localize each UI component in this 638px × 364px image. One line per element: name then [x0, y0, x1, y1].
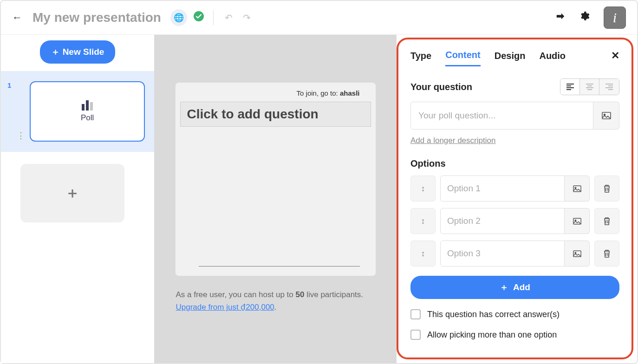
drag-handle-icon[interactable]: ↕ — [410, 176, 436, 202]
add-slide-box[interactable]: ＋ — [20, 164, 124, 222]
slide-number: 1 — [7, 81, 11, 89]
correct-answer-checkbox-row[interactable]: This question has correct answer(s) — [410, 309, 619, 319]
option-input[interactable] — [440, 208, 565, 234]
undo-icon[interactable]: ↶ — [225, 12, 233, 23]
option-image-icon[interactable] — [565, 240, 590, 266]
presentation-title[interactable]: My new presentation — [33, 10, 161, 25]
checkbox-icon[interactable] — [410, 309, 421, 319]
free-user-notice: As a free user, you can host up to 50 li… — [175, 288, 376, 313]
back-arrow-icon[interactable]: ← — [12, 12, 22, 24]
divider — [213, 10, 214, 25]
option-input[interactable] — [440, 176, 565, 202]
close-icon[interactable]: ✕ — [611, 50, 619, 66]
tab-type[interactable]: Type — [410, 51, 431, 66]
question-placeholder[interactable]: Click to add question — [180, 102, 371, 127]
join-link: ahasli — [340, 89, 360, 97]
globe-icon[interactable]: 🌐 — [170, 9, 187, 26]
tab-design[interactable]: Design — [495, 51, 526, 66]
your-question-label: Your question — [410, 82, 472, 92]
new-slide-label: New Slide — [63, 47, 104, 57]
multi-pick-label: Allow picking more than one option — [427, 330, 557, 340]
drag-handle-icon[interactable]: ↕ — [410, 240, 436, 266]
align-center-icon[interactable] — [580, 79, 599, 95]
plus-icon: ＋ — [51, 46, 60, 58]
add-description-link[interactable]: Add a longer description — [410, 136, 619, 145]
option-row: ↕ — [410, 240, 619, 266]
slide-canvas: To join, go to: ahasli Click to add ques… — [175, 82, 376, 276]
redo-icon[interactable]: ↶ — [243, 12, 251, 23]
question-image-icon[interactable] — [593, 102, 619, 130]
chart-axis — [199, 266, 360, 266]
gear-icon[interactable] — [579, 11, 590, 25]
drag-handle-icon[interactable]: ↕ — [410, 208, 436, 234]
question-input[interactable] — [410, 102, 593, 130]
delete-option-icon[interactable] — [594, 240, 619, 266]
new-slide-button[interactable]: ＋ New Slide — [40, 40, 116, 64]
share-icon[interactable] — [555, 11, 566, 24]
edit-panel: Type Content Design Audio ✕ Your questio… — [397, 38, 633, 359]
correct-answer-label: This question has correct answer(s) — [427, 310, 560, 319]
svg-point-14 — [604, 114, 605, 116]
option-image-icon[interactable] — [565, 208, 590, 234]
upgrade-link[interactable]: Upgrade from just ₫200,000 — [176, 303, 274, 312]
align-left-icon[interactable] — [560, 79, 580, 95]
tab-content[interactable]: Content — [445, 50, 481, 66]
text-align-group — [560, 78, 619, 95]
align-right-icon[interactable] — [599, 79, 619, 95]
topbar: ← My new presentation 🌐 ↶ ↶ i — [1, 1, 637, 35]
saved-check-icon — [194, 11, 204, 24]
options-label: Options — [410, 158, 619, 169]
add-button-label: Add — [513, 282, 530, 292]
slide-thumbnail-item[interactable]: 1 ⋮ Poll — [1, 71, 154, 152]
option-row: ↕ — [410, 176, 619, 202]
delete-option-icon[interactable] — [594, 208, 619, 234]
join-text: To join, go to: ahasli — [180, 87, 371, 102]
checkbox-icon[interactable] — [410, 330, 421, 340]
poll-icon — [82, 100, 93, 110]
multi-pick-checkbox-row[interactable]: Allow picking more than one option — [410, 330, 619, 340]
slide-menu-dots-icon[interactable]: ⋮ — [17, 130, 25, 141]
plus-icon: ＋ — [65, 183, 80, 203]
option-input[interactable] — [440, 240, 565, 266]
slide-sidebar: ＋ New Slide 1 ⋮ Poll ＋ — [1, 35, 154, 363]
delete-option-icon[interactable] — [594, 176, 619, 202]
slide-type-label: Poll — [81, 113, 94, 123]
slide-thumbnail[interactable]: Poll — [30, 81, 145, 142]
canvas-area: To join, go to: ahasli Click to add ques… — [154, 35, 397, 363]
plus-icon: ＋ — [500, 281, 508, 293]
info-badge-icon[interactable]: i — [604, 6, 626, 29]
option-image-icon[interactable] — [565, 176, 590, 202]
option-row: ↕ — [410, 208, 619, 234]
panel-tabs: Type Content Design Audio ✕ — [410, 50, 619, 66]
tab-audio[interactable]: Audio — [539, 51, 566, 66]
add-option-button[interactable]: ＋ Add — [410, 276, 619, 299]
